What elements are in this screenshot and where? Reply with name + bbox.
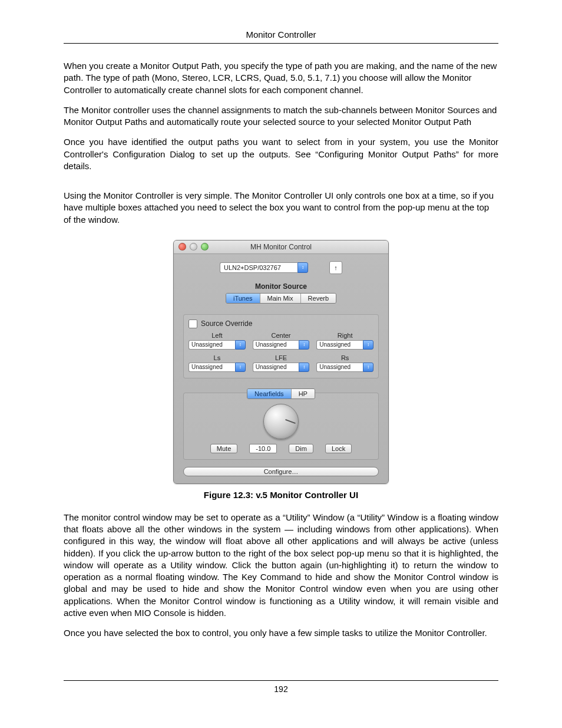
paragraph-4: Using the Monitor Controller is very sim…: [64, 190, 498, 226]
window-titlebar: MH Monitor Control: [174, 241, 388, 254]
output-tab-1[interactable]: HP: [292, 389, 315, 398]
configure-button[interactable]: Configure…: [183, 467, 379, 476]
paragraph-3: Once you have identified the output path…: [64, 136, 498, 172]
chevron-updown-icon: ↕: [297, 262, 308, 273]
paragraph-6: Once you have selected the box to contro…: [64, 627, 498, 639]
source-override-label: Source Override: [201, 319, 252, 328]
channel-value: Unassigned: [189, 340, 235, 350]
source-override-checkbox[interactable]: [189, 319, 197, 328]
chevron-updown-icon: ↕: [235, 340, 246, 350]
channel-lfe: LFE Unassigned ↕: [253, 354, 310, 372]
figure-caption: Figure 12.3: v.5 Monitor Controller UI: [64, 490, 498, 500]
output-tab-0[interactable]: Nearfields: [247, 389, 292, 398]
channel-label: Center: [253, 332, 310, 339]
channel-right: Right Unassigned ↕: [316, 332, 373, 350]
page-number: 192: [64, 680, 498, 694]
channel-value: Unassigned: [316, 363, 363, 372]
channel-label: Ls: [189, 354, 246, 361]
channel-label: Left: [189, 332, 246, 339]
channel-ls-select[interactable]: Unassigned ↕: [189, 363, 246, 372]
channel-rs: Rs Unassigned ↕: [316, 354, 373, 372]
paragraph-1: When you create a Monitor Output Path, y…: [64, 60, 498, 96]
paragraph-5: The monitor control window may be set to…: [64, 512, 498, 619]
channel-left: Left Unassigned ↕: [189, 332, 246, 350]
channel-rs-select[interactable]: Unassigned ↕: [316, 363, 373, 372]
channel-ls: Ls Unassigned ↕: [189, 354, 246, 372]
channel-label: Right: [316, 332, 373, 339]
dim-button[interactable]: Dim: [289, 444, 313, 453]
page-header: Monitor Controller: [64, 29, 498, 44]
window-title: MH Monitor Control: [174, 243, 388, 251]
channel-value: Unassigned: [253, 363, 299, 372]
monitor-source-label: Monitor Source: [183, 282, 379, 291]
channel-center-select[interactable]: Unassigned ↕: [253, 340, 310, 350]
channel-label: Rs: [316, 354, 373, 361]
channel-right-select[interactable]: Unassigned ↕: [316, 340, 373, 350]
chevron-updown-icon: ↕: [299, 340, 309, 350]
source-tab-0[interactable]: iTunes: [226, 294, 260, 303]
paragraph-2: The Monitor controller uses the channel …: [64, 104, 498, 129]
source-tab-2[interactable]: Reverb: [301, 294, 336, 303]
box-select[interactable]: ULN2+DSP/032767 ↕: [220, 262, 308, 273]
channel-value: Unassigned: [253, 340, 299, 350]
arrow-up-icon: ↑: [334, 264, 338, 271]
level-readout[interactable]: -10.0: [249, 444, 277, 453]
channel-label: LFE: [253, 354, 310, 361]
channel-left-select[interactable]: Unassigned ↕: [189, 340, 246, 350]
utility-toggle-button[interactable]: ↑: [329, 261, 342, 274]
channel-value: Unassigned: [189, 363, 235, 372]
volume-knob[interactable]: [263, 404, 299, 439]
mute-button[interactable]: Mute: [210, 444, 237, 453]
output-section: Nearfields HP Mute -10.0 Dim Lock: [183, 393, 379, 460]
chevron-updown-icon: ↕: [299, 363, 309, 372]
source-tab-1[interactable]: Main Mix: [260, 294, 301, 303]
channel-value: Unassigned: [316, 340, 363, 350]
box-select-value: ULN2+DSP/032767: [220, 262, 297, 273]
source-override-group: Source Override Left Unassigned ↕ Center: [183, 314, 379, 378]
monitor-control-window: MH Monitor Control ULN2+DSP/032767 ↕ ↑ M…: [173, 240, 389, 484]
chevron-updown-icon: ↕: [363, 363, 373, 372]
chevron-updown-icon: ↕: [363, 340, 373, 350]
output-tabs[interactable]: Nearfields HP: [247, 388, 315, 399]
lock-button[interactable]: Lock: [325, 444, 352, 453]
chevron-updown-icon: ↕: [235, 363, 246, 372]
channel-lfe-select[interactable]: Unassigned ↕: [253, 363, 310, 372]
figure: MH Monitor Control ULN2+DSP/032767 ↕ ↑ M…: [64, 240, 498, 500]
monitor-source-segmented[interactable]: iTunes Main Mix Reverb: [226, 293, 336, 304]
channel-center: Center Unassigned ↕: [253, 332, 310, 350]
